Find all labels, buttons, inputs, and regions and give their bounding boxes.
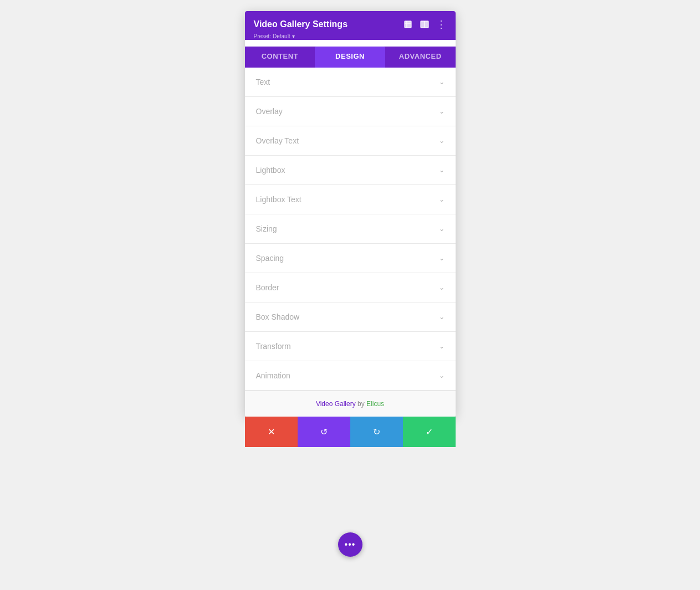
accordion-text-header[interactable]: Text ⌄	[245, 68, 456, 96]
split-icon[interactable]	[419, 19, 430, 30]
accordion-animation: Animation ⌄	[245, 361, 456, 391]
chevron-transform-icon: ⌄	[439, 342, 444, 350]
accordion-sizing: Sizing ⌄	[245, 214, 456, 244]
accordion-overlay-text-label: Overlay Text	[256, 136, 299, 145]
accordion-sizing-label: Sizing	[256, 224, 277, 233]
expand-icon[interactable]	[402, 19, 413, 30]
preset-arrow: ▾	[292, 33, 295, 39]
header-icons: ⋮	[402, 19, 447, 30]
accordion-lightbox-text-label: Lightbox Text	[256, 195, 302, 204]
footer-plugin-link[interactable]: Video Gallery	[316, 400, 356, 408]
footer-by-text: by	[357, 400, 366, 408]
svg-rect-0	[405, 21, 411, 28]
accordion-spacing-header[interactable]: Spacing ⌄	[245, 244, 456, 273]
accordion-box-shadow: Box Shadow ⌄	[245, 302, 456, 332]
accordion-box-shadow-label: Box Shadow	[256, 312, 300, 321]
accordion-border: Border ⌄	[245, 273, 456, 302]
panel-footer: Video Gallery by Elicus	[245, 391, 456, 417]
confirm-button[interactable]: ✓	[403, 417, 456, 447]
accordion-lightbox: Lightbox ⌄	[245, 156, 456, 185]
accordion-lightbox-label: Lightbox	[256, 166, 285, 175]
settings-panel: Video Gallery Settings ⋮	[245, 11, 456, 417]
chevron-lightbox-icon: ⌄	[439, 166, 444, 174]
accordion-transform: Transform ⌄	[245, 332, 456, 361]
chevron-overlay-text-icon: ⌄	[439, 137, 444, 145]
undo-button[interactable]: ↺	[298, 417, 350, 447]
chevron-lightbox-text-icon: ⌄	[439, 196, 444, 203]
accordion-spacing: Spacing ⌄	[245, 244, 456, 273]
accordion-border-label: Border	[256, 283, 279, 292]
header-top: Video Gallery Settings ⋮	[254, 19, 447, 30]
accordion-animation-header[interactable]: Animation ⌄	[245, 361, 456, 390]
accordion-overlay-text-header[interactable]: Overlay Text ⌄	[245, 126, 456, 155]
accordion-text-label: Text	[256, 78, 270, 86]
tab-content[interactable]: Content	[245, 47, 315, 68]
floating-dots-icon: •••	[345, 540, 356, 550]
chevron-border-icon: ⌄	[439, 284, 444, 291]
chevron-animation-icon: ⌄	[439, 372, 444, 379]
tab-design[interactable]: Design	[315, 47, 385, 68]
accordion-overlay-text: Overlay Text ⌄	[245, 126, 456, 156]
accordion-lightbox-text-header[interactable]: Lightbox Text ⌄	[245, 185, 456, 214]
accordion-spacing-label: Spacing	[256, 254, 284, 263]
tab-advanced[interactable]: Advanced	[385, 47, 456, 68]
accordion-sizing-header[interactable]: Sizing ⌄	[245, 214, 456, 243]
panel-header: Video Gallery Settings ⋮	[245, 11, 456, 40]
accordion-box-shadow-header[interactable]: Box Shadow ⌄	[245, 302, 456, 331]
accordion-overlay-label: Overlay	[256, 107, 283, 116]
chevron-box-shadow-icon: ⌄	[439, 313, 444, 321]
chevron-sizing-icon: ⌄	[439, 225, 444, 233]
chevron-text-icon: ⌄	[439, 78, 444, 86]
accordion-overlay-header[interactable]: Overlay ⌄	[245, 97, 456, 126]
accordion-text: Text ⌄	[245, 68, 456, 97]
accordion-border-header[interactable]: Border ⌄	[245, 273, 456, 302]
preset-label[interactable]: Preset: Default ▾	[254, 32, 447, 40]
redo-button[interactable]: ↻	[350, 417, 403, 447]
tabs-bar: Content Design Advanced	[245, 47, 456, 68]
accordion-animation-label: Animation	[256, 371, 290, 380]
accordion-lightbox-header[interactable]: Lightbox ⌄	[245, 156, 456, 184]
cancel-button[interactable]: ✕	[245, 417, 298, 447]
chevron-spacing-icon: ⌄	[439, 254, 444, 262]
accordion-transform-header[interactable]: Transform ⌄	[245, 332, 456, 361]
panel-title: Video Gallery Settings	[254, 19, 348, 29]
action-bar: ✕ ↺ ↻ ✓	[245, 417, 456, 447]
chevron-overlay-icon: ⌄	[439, 107, 444, 115]
floating-more-button[interactable]: •••	[338, 532, 362, 557]
panel-wrapper: Video Gallery Settings ⋮	[245, 11, 456, 447]
accordion-overlay: Overlay ⌄	[245, 97, 456, 126]
panel-body: Text ⌄ Overlay ⌄ Overlay Text ⌄ Lightbox	[245, 68, 456, 417]
accordion-transform-label: Transform	[256, 342, 291, 351]
accordion-lightbox-text: Lightbox Text ⌄	[245, 185, 456, 214]
footer-author-link[interactable]: Elicus	[366, 400, 384, 408]
more-icon[interactable]: ⋮	[436, 19, 447, 30]
